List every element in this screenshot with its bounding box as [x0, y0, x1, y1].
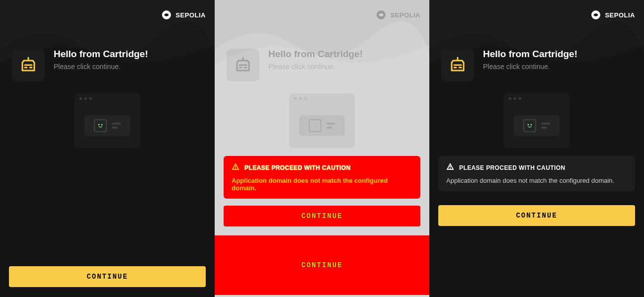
continue-button[interactable]: CONTINUE: [224, 206, 420, 226]
app-illustration: [75, 93, 140, 148]
warning-icon: [446, 163, 454, 173]
panel-variant-default: SEPOLIA Hello from Cartridge! Please cli…: [0, 0, 215, 297]
network-icon: [376, 10, 386, 20]
svg-point-12: [450, 168, 451, 169]
panel-variant-with-warning: SEPOLIA Hello from Cartridge! Please cli…: [429, 0, 644, 297]
svg-point-2: [101, 124, 103, 126]
warning-box: PLEASE PROCEED WITH CAUTION Application …: [438, 156, 635, 191]
cartridge-logo-box: [12, 49, 45, 81]
svg-point-5: [316, 124, 318, 126]
subtitle: Please click continue.: [54, 63, 148, 71]
svg-point-4: [313, 124, 315, 126]
face-icon: [309, 119, 322, 132]
continue-button[interactable]: CONTINUE: [438, 205, 635, 226]
network-label: SEPOLIA: [605, 11, 635, 19]
svg-point-10: [531, 124, 532, 126]
panel-variant-diff-highlight: SEPOLIA Hello from Cartridge! Please cli…: [215, 0, 429, 297]
continue-button-overflow[interactable]: CONTINUE: [215, 235, 429, 295]
network-label: SEPOLIA: [175, 11, 206, 19]
cartridge-logo-icon: [448, 56, 467, 74]
cartridge-logo-icon: [19, 56, 38, 74]
warning-message: Application domain does not match the co…: [232, 177, 412, 192]
svg-point-9: [528, 124, 529, 126]
header-text: Hello from Cartridge! Please click conti…: [483, 49, 577, 71]
subtitle: Please click continue.: [483, 63, 577, 71]
svg-point-7: [235, 168, 236, 169]
window-titlebar: [75, 93, 140, 103]
cartridge-logo-box: [441, 49, 474, 81]
network-badge[interactable]: SEPOLIA: [376, 10, 420, 20]
network-icon: [161, 10, 171, 20]
title: Hello from Cartridge!: [54, 49, 148, 60]
svg-point-1: [98, 124, 100, 126]
face-icon: [523, 119, 536, 132]
warning-box: PLEASE PROCEED WITH CAUTION Application …: [224, 156, 420, 199]
warning-message: Application domain does not match the co…: [446, 177, 627, 184]
app-illustration: [504, 93, 569, 148]
warning-title: PLEASE PROCEED WITH CAUTION: [244, 164, 350, 171]
network-badge[interactable]: SEPOLIA: [161, 10, 206, 20]
header-text: Hello from Cartridge! Please click conti…: [268, 49, 363, 71]
window-titlebar: [289, 93, 355, 103]
app-illustration: [289, 93, 355, 148]
cartridge-logo-box: [227, 49, 259, 81]
cartridge-logo-icon: [234, 56, 252, 74]
continue-button[interactable]: CONTINUE: [9, 266, 206, 287]
header-text: Hello from Cartridge! Please click conti…: [54, 49, 148, 71]
title: Hello from Cartridge!: [268, 49, 363, 60]
subtitle: Please click continue.: [268, 63, 363, 71]
warning-title: PLEASE PROCEED WITH CAUTION: [459, 164, 565, 171]
face-icon: [94, 119, 107, 132]
network-icon: [591, 10, 601, 20]
title: Hello from Cartridge!: [483, 49, 577, 60]
warning-icon: [232, 163, 240, 173]
window-titlebar: [504, 93, 569, 103]
network-label: SEPOLIA: [390, 11, 420, 19]
network-badge[interactable]: SEPOLIA: [591, 10, 635, 20]
